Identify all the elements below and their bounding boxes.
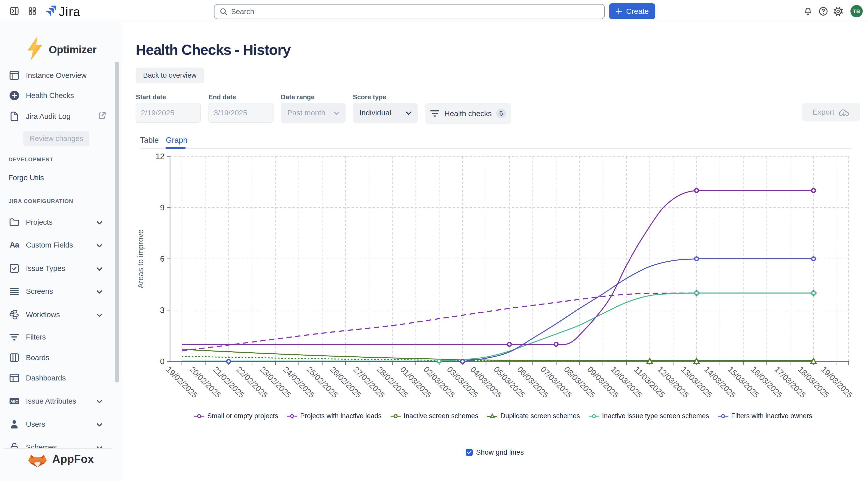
svg-text:0: 0 [160, 357, 164, 366]
svg-text:3: 3 [160, 306, 164, 314]
svg-text:ABC: ABC [10, 399, 18, 403]
svg-text:Areas to improve: Areas to improve [136, 230, 145, 288]
svg-text:9: 9 [160, 203, 164, 212]
svg-text:12: 12 [155, 152, 164, 161]
svg-text:6: 6 [160, 254, 164, 263]
